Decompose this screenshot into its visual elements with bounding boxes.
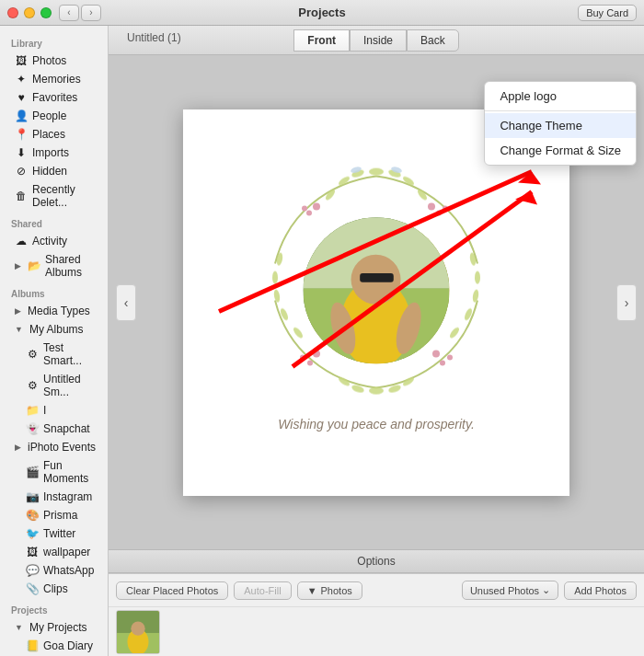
card-text: Wishing you peace and prosperity.	[278, 417, 475, 432]
tabs-bar: Untitled (1) Front Inside Back	[109, 26, 644, 55]
sidebar: Library 🖼 Photos ✦ Memories ♥ Favorites …	[0, 26, 109, 656]
canvas-nav-right[interactable]: ›	[616, 284, 637, 321]
card-photo-inner	[304, 217, 450, 363]
sidebar-item-twitter[interactable]: 🐦 Twitter	[4, 524, 104, 543]
sidebar-item-places[interactable]: 📍 Places	[4, 125, 104, 144]
favorites-icon: ♥	[15, 91, 28, 104]
sidebar-item-snapchat[interactable]: 👻 Snapchat	[4, 420, 104, 438]
instagram-icon: 📷	[26, 490, 39, 503]
svg-point-26	[313, 202, 320, 210]
svg-point-24	[436, 210, 442, 215]
sidebar-item-wallpaper-label: wallpaper	[43, 546, 90, 558]
shared-albums-icon: 📂	[28, 259, 40, 272]
svg-point-14	[272, 270, 278, 283]
maximize-button[interactable]	[40, 7, 52, 18]
options-bar[interactable]: Options	[109, 549, 644, 573]
sidebar-item-i[interactable]: 📁 I	[4, 401, 104, 420]
titlebar: ‹ › Projects Buy Card	[0, 0, 644, 26]
dropdown-item-change-theme[interactable]: Change Theme	[485, 113, 636, 138]
sidebar-item-people[interactable]: 👤 People	[4, 107, 104, 125]
albums-section-label: Albums	[0, 282, 108, 302]
svg-point-18	[369, 386, 384, 394]
svg-point-33	[440, 360, 445, 365]
nav-buttons: ‹ ›	[59, 5, 101, 21]
canvas-nav-left[interactable]: ‹	[116, 284, 136, 321]
sidebar-item-places-label: Places	[32, 128, 65, 141]
sidebar-item-imports-label: Imports	[32, 146, 69, 159]
sidebar-item-wallpaper[interactable]: 🖼 wallpaper	[4, 543, 104, 561]
photos-dropdown-label: Photos	[321, 585, 352, 596]
sidebar-item-snapchat-label: Snapchat	[43, 422, 90, 435]
sidebar-item-hidden[interactable]: ⊘ Hidden	[4, 162, 104, 180]
card-photo	[301, 214, 453, 366]
sidebar-item-test-smart[interactable]: ⚙ Test Smart...	[4, 339, 104, 370]
svg-point-31	[300, 354, 305, 360]
sidebar-item-favorites[interactable]: ♥ Favorites	[4, 88, 104, 107]
sidebar-item-fun-moments[interactable]: 🎬 Fun Moments	[4, 456, 104, 488]
svg-point-52	[131, 621, 144, 635]
sidebar-item-i-label: I	[43, 404, 46, 417]
sidebar-item-untitled-sm[interactable]: ⚙ Untitled Sm...	[4, 370, 104, 401]
content-area: Untitled (1) Front Inside Back ‹ ›	[109, 26, 644, 656]
photo-thumb-1[interactable]	[116, 610, 160, 654]
unused-photos-label: Unused Photos	[470, 585, 539, 596]
sidebar-item-hidden-label: Hidden	[32, 165, 67, 178]
svg-point-27	[306, 210, 312, 215]
minimize-button[interactable]	[24, 7, 35, 18]
smart-album-icon: ⚙	[26, 348, 39, 361]
sidebar-item-prisma[interactable]: 🎨 Prisma	[4, 506, 104, 524]
sidebar-item-media-types[interactable]: ▶ Media Types	[4, 302, 104, 320]
smart-album-icon2: ⚙	[26, 379, 39, 392]
clear-placed-photos-button[interactable]: Clear Placed Photos	[116, 581, 228, 600]
dropdown-item-change-format[interactable]: Change Format & Size	[485, 138, 636, 163]
sidebar-item-media-types-label: Media Types	[28, 305, 90, 317]
fun-moments-icon: 🎬	[26, 466, 39, 478]
sidebar-item-memories[interactable]: ✦ Memories	[4, 70, 104, 88]
forward-button[interactable]: ›	[81, 5, 101, 21]
close-button[interactable]	[7, 7, 18, 18]
sidebar-item-shared-albums[interactable]: ▶ 📂 Shared Albums	[4, 250, 104, 282]
snapchat-icon: 👻	[26, 422, 39, 435]
tab-front[interactable]: Front	[293, 29, 350, 52]
sidebar-item-iphoto-events-label: iPhoto Events	[28, 441, 96, 454]
auto-fill-button[interactable]: Auto-Fill	[234, 581, 291, 600]
sidebar-item-whatsapp[interactable]: 💬 WhatsApp	[4, 561, 104, 580]
sidebar-item-recently-deleted-label: Recently Delet...	[32, 183, 97, 209]
dropdown-menu: Apple logo Change Theme Change Format & …	[484, 81, 637, 166]
sidebar-item-photos[interactable]: 🖼 Photos	[4, 52, 104, 70]
sidebar-item-iphoto-events[interactable]: ▶ iPhoto Events	[4, 438, 104, 456]
memories-icon: ✦	[15, 73, 28, 86]
svg-point-30	[307, 360, 313, 365]
back-button[interactable]: ‹	[59, 5, 79, 21]
dropdown-item-apple-logo[interactable]: Apple logo	[485, 84, 636, 109]
activity-icon: ☁	[15, 235, 28, 247]
svg-point-28	[302, 205, 307, 211]
sidebar-item-imports[interactable]: ⬇ Imports	[4, 144, 104, 162]
sidebar-item-clips[interactable]: 📎 Clips	[4, 580, 104, 598]
sidebar-item-twitter-label: Twitter	[43, 527, 75, 540]
places-icon: 📍	[15, 128, 28, 141]
add-photos-button[interactable]: Add Photos	[564, 581, 637, 600]
tab-inside[interactable]: Inside	[350, 29, 407, 52]
sidebar-item-photos-label: Photos	[32, 54, 66, 67]
unused-photos-dropdown[interactable]: Unused Photos ⌄	[462, 581, 558, 600]
sidebar-item-my-albums[interactable]: ▼ My Albums	[4, 320, 104, 339]
disclosure-icon: ▶	[15, 306, 21, 316]
buy-card-button[interactable]: Buy Card	[578, 5, 637, 21]
sidebar-item-instagram[interactable]: 📷 Instagram	[4, 488, 104, 506]
svg-rect-42	[360, 273, 394, 282]
sidebar-item-activity[interactable]: ☁ Activity	[4, 232, 104, 250]
sidebar-item-my-projects[interactable]: ▼ My Projects	[4, 618, 104, 637]
bottom-toolbar: Clear Placed Photos Auto-Fill ▼ Photos U…	[109, 574, 644, 607]
sidebar-item-my-albums-label: My Albums	[29, 323, 84, 336]
people-icon: 👤	[15, 109, 28, 122]
library-section-label: Library	[0, 31, 108, 52]
goa-diary-icon: 📒	[26, 639, 39, 652]
hidden-icon: ⊘	[15, 165, 28, 178]
sidebar-item-recently-deleted[interactable]: 🗑 Recently Delet...	[4, 180, 104, 212]
sidebar-item-clips-label: Clips	[43, 582, 68, 595]
sidebar-item-goa-diary[interactable]: 📒 Goa Diary	[4, 637, 104, 655]
tab-back[interactable]: Back	[407, 29, 459, 52]
photos-dropdown[interactable]: ▼ Photos	[297, 581, 362, 600]
sidebar-item-instagram-label: Instagram	[43, 490, 92, 503]
